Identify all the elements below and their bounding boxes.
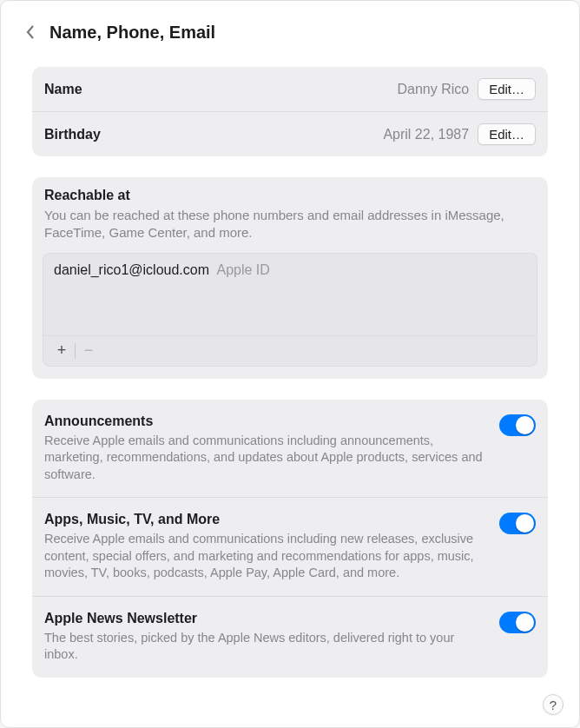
name-row: Name Danny Rico Edit…: [32, 67, 548, 112]
apps-title: Apps, Music, TV, and More: [44, 512, 487, 527]
news-title: Apple News Newsletter: [44, 611, 487, 626]
announcements-toggle[interactable]: [499, 414, 536, 436]
reachable-desc: You can be reached at these phone number…: [44, 207, 536, 242]
birthday-label: Birthday: [44, 127, 101, 142]
news-toggle[interactable]: [499, 612, 536, 633]
plus-icon: +: [57, 341, 67, 360]
contact-value: daniel_rico1@icloud.com: [54, 262, 209, 277]
contact-type: Apple ID: [216, 262, 269, 277]
apps-toggle[interactable]: [499, 513, 536, 534]
page-title: Name, Phone, Email: [49, 23, 215, 43]
name-label: Name: [44, 82, 82, 97]
personal-section: Name Danny Rico Edit… Birthday April 22,…: [32, 67, 548, 156]
contact-list[interactable]: daniel_rico1@icloud.com Apple ID: [43, 253, 537, 335]
notifications-section: Announcements Receive Apple emails and c…: [32, 400, 548, 678]
reachable-title: Reachable at: [44, 188, 536, 203]
birthday-row: Birthday April 22, 1987 Edit…: [32, 112, 548, 156]
news-desc: The best stories, picked by the Apple Ne…: [44, 630, 487, 664]
contact-item[interactable]: daniel_rico1@icloud.com Apple ID: [52, 261, 528, 280]
header: Name, Phone, Email: [1, 1, 579, 51]
edit-name-button[interactable]: Edit…: [478, 78, 536, 100]
announcements-row: Announcements Receive Apple emails and c…: [32, 400, 548, 499]
announcements-text: Announcements Receive Apple emails and c…: [44, 414, 487, 484]
announcements-title: Announcements: [44, 414, 487, 429]
remove-contact-button[interactable]: −: [77, 341, 100, 361]
apps-desc: Receive Apple emails and communications …: [44, 531, 487, 582]
contact-list-controls: + −: [43, 335, 537, 367]
birthday-value: April 22, 1987: [383, 127, 469, 142]
divider: [75, 343, 76, 359]
content: Name Danny Rico Edit… Birthday April 22,…: [1, 51, 579, 678]
news-text: Apple News Newsletter The best stories, …: [44, 611, 487, 664]
announcements-desc: Receive Apple emails and communications …: [44, 433, 487, 484]
reachable-header: Reachable at You can be reached at these…: [32, 177, 548, 246]
edit-birthday-button[interactable]: Edit…: [478, 123, 536, 145]
question-icon: ?: [550, 698, 557, 712]
back-chevron-icon[interactable]: [20, 22, 41, 43]
apps-row: Apps, Music, TV, and More Receive Apple …: [32, 498, 548, 597]
minus-icon: −: [84, 341, 94, 360]
help-button[interactable]: ?: [543, 694, 564, 715]
apps-text: Apps, Music, TV, and More Receive Apple …: [44, 512, 487, 582]
news-row: Apple News Newsletter The best stories, …: [32, 597, 548, 678]
settings-pane: Name, Phone, Email Name Danny Rico Edit……: [0, 0, 580, 728]
reachable-section: Reachable at You can be reached at these…: [32, 177, 548, 379]
add-contact-button[interactable]: +: [50, 341, 73, 361]
name-value: Danny Rico: [397, 82, 469, 97]
